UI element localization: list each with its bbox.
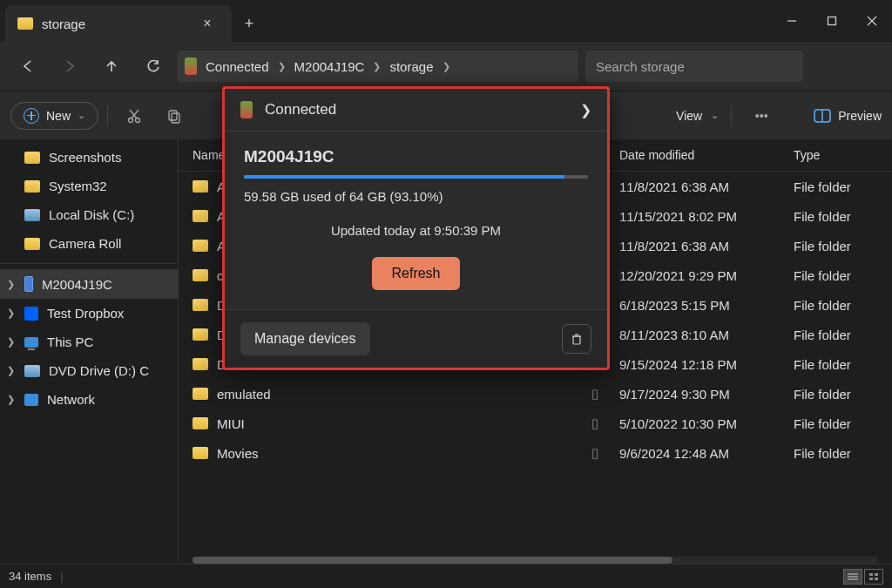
search-placeholder: Search storage xyxy=(596,59,685,74)
svg-rect-18 xyxy=(875,578,878,580)
chevron-right-icon: ❯ xyxy=(580,102,591,118)
folder-icon xyxy=(193,328,208,341)
folder-icon xyxy=(193,447,208,459)
more-button[interactable]: ••• xyxy=(744,98,779,133)
phone-icon xyxy=(240,101,253,118)
phone-badge-icon: ▯ xyxy=(591,445,602,461)
chevron-right-icon: ❯ xyxy=(373,61,381,72)
cut-button[interactable] xyxy=(117,98,152,133)
preview-button[interactable]: Preview xyxy=(814,109,882,123)
navbar: Connected ❯ M2004J19C ❯ storage ❯ Search… xyxy=(0,42,892,91)
folder-icon xyxy=(193,269,208,281)
sidebar-item-label: Screenshots xyxy=(49,150,121,165)
file-date: 12/20/2021 9:29 PM xyxy=(619,268,794,283)
table-row[interactable]: emulated▯9/17/2024 9:30 PMFile folder xyxy=(179,379,892,409)
sidebar-item[interactable]: ❯M2004J19C xyxy=(0,269,178,299)
storage-usage-text: 59.58 GB used of 64 GB (93.10%) xyxy=(244,189,588,204)
expand-icon[interactable]: ❯ xyxy=(7,308,15,319)
back-button[interactable] xyxy=(10,49,45,84)
sidebar: ScreenshotsSystem32Local Disk (C:)Camera… xyxy=(0,139,179,564)
sidebar-item[interactable]: Camera Roll xyxy=(0,229,178,258)
sidebar-item[interactable]: ❯Test Dropbox xyxy=(0,299,178,328)
maximize-button[interactable] xyxy=(812,0,852,42)
refresh-button[interactable]: Refresh xyxy=(372,257,459,290)
minimize-button[interactable] xyxy=(772,0,812,42)
search-input[interactable]: Search storage xyxy=(585,51,803,82)
expand-icon[interactable]: ❯ xyxy=(7,365,15,376)
close-window-button[interactable] xyxy=(852,0,892,42)
storage-progress xyxy=(244,175,588,179)
folder-icon xyxy=(193,299,208,311)
thumbnails-view-button[interactable] xyxy=(864,569,883,585)
sidebar-item[interactable]: ❯DVD Drive (D:) C xyxy=(0,356,178,385)
preview-label: Preview xyxy=(838,109,882,123)
file-type: File folder xyxy=(794,328,878,342)
breadcrumb[interactable]: Connected ❯ M2004J19C ❯ storage ❯ xyxy=(178,51,578,82)
expand-icon[interactable]: ❯ xyxy=(7,336,15,348)
expand-icon[interactable]: ❯ xyxy=(7,279,15,290)
sidebar-item[interactable]: ❯Network xyxy=(0,385,178,414)
folder-icon xyxy=(193,358,208,370)
new-tab-button[interactable]: + xyxy=(232,5,267,42)
sidebar-item-label: Camera Roll xyxy=(49,236,121,251)
breadcrumb-item[interactable]: M2004J19C xyxy=(289,59,370,74)
folder-icon xyxy=(193,180,208,193)
file-date: 11/8/2021 6:38 AM xyxy=(619,179,794,194)
manage-devices-button[interactable]: Manage devices xyxy=(240,322,370,355)
chevron-right-icon: ❯ xyxy=(278,61,286,72)
file-date: 9/15/2024 12:18 PM xyxy=(619,357,794,372)
horizontal-scrollbar[interactable] xyxy=(193,557,878,564)
svg-rect-15 xyxy=(869,573,873,576)
status-bar: 34 items | xyxy=(0,564,892,588)
svg-rect-19 xyxy=(573,336,580,344)
sidebar-item[interactable]: ❯This PC xyxy=(0,328,178,356)
file-type: File folder xyxy=(794,416,878,431)
forward-button[interactable] xyxy=(52,49,87,84)
chevron-down-icon: ⌄ xyxy=(711,110,719,121)
file-type: File folder xyxy=(794,298,878,313)
file-date: 9/6/2024 12:48 AM xyxy=(619,446,794,461)
table-row[interactable]: Movies▯9/6/2024 12:48 AMFile folder xyxy=(179,438,892,468)
close-tab-button[interactable]: × xyxy=(195,11,220,36)
network-icon xyxy=(24,394,38,406)
sidebar-item[interactable]: Screenshots xyxy=(0,143,178,172)
item-count: 34 items xyxy=(9,570,51,583)
plus-circle-icon xyxy=(24,108,39,124)
new-button[interactable]: New ⌄ xyxy=(10,102,98,130)
sidebar-item[interactable]: Local Disk (C:) xyxy=(0,200,178,229)
file-type: File folder xyxy=(794,239,878,253)
svg-rect-16 xyxy=(875,573,878,576)
device-popup: Connected ❯ M2004J19C 59.58 GB used of 6… xyxy=(222,86,610,370)
up-button[interactable] xyxy=(94,49,129,84)
svg-rect-8 xyxy=(169,111,177,120)
copy-button[interactable] xyxy=(157,98,192,133)
column-date[interactable]: Date modified xyxy=(619,148,794,162)
sidebar-item-label: M2004J19C xyxy=(42,277,112,292)
separator xyxy=(731,105,732,126)
window-tab[interactable]: storage × xyxy=(5,5,232,42)
device-name: M2004J19C xyxy=(244,147,588,166)
file-name: emulated xyxy=(217,387,271,402)
file-type: File folder xyxy=(794,387,878,402)
recycle-button[interactable] xyxy=(562,324,591,354)
expand-icon[interactable]: ❯ xyxy=(7,394,15,405)
folder-icon xyxy=(193,388,208,400)
popup-title: Connected xyxy=(265,101,568,118)
file-name: Movies xyxy=(217,446,259,461)
column-type[interactable]: Type xyxy=(794,148,878,162)
file-name: MIUI xyxy=(217,416,245,431)
svg-rect-17 xyxy=(869,578,873,580)
popup-header[interactable]: Connected ❯ xyxy=(225,89,607,132)
sidebar-item[interactable]: System32 xyxy=(0,172,178,200)
scrollbar-thumb[interactable] xyxy=(193,557,672,564)
breadcrumb-item[interactable]: storage xyxy=(384,59,438,74)
file-date: 6/18/2023 5:15 PM xyxy=(619,298,794,313)
phone-badge-icon: ▯ xyxy=(591,416,602,431)
svg-rect-1 xyxy=(828,17,836,25)
details-view-button[interactable] xyxy=(843,569,862,585)
view-button-label[interactable]: View xyxy=(676,109,702,123)
refresh-nav-button[interactable] xyxy=(136,49,171,84)
tab-title: storage xyxy=(42,17,186,31)
breadcrumb-item[interactable]: Connected xyxy=(200,59,274,74)
table-row[interactable]: MIUI▯5/10/2022 10:30 PMFile folder xyxy=(179,409,892,438)
